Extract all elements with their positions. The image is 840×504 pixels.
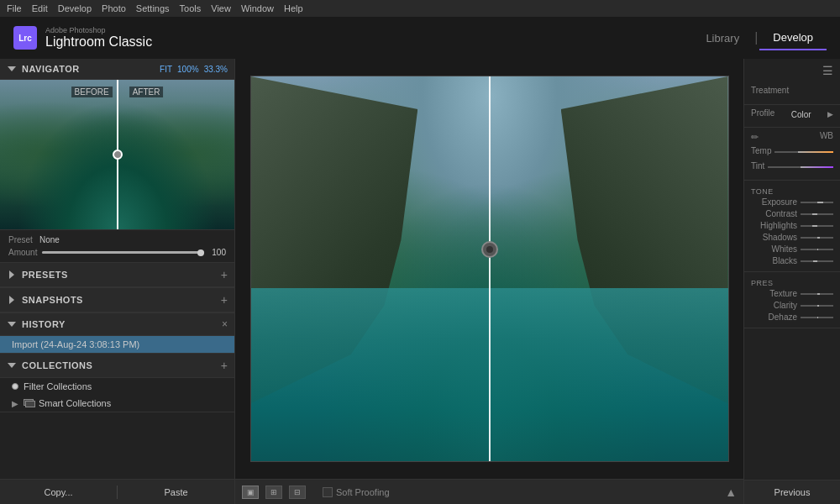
menu-help[interactable]: Help (284, 3, 303, 13)
copy-button[interactable]: Copy... (0, 480, 117, 504)
pres-section: Pres Texture Clarity Dehaze (744, 272, 840, 328)
contrast-label: Contrast (751, 209, 797, 218)
collections-header[interactable]: Collections + (0, 354, 234, 378)
whites-label: Whites (751, 244, 797, 254)
history-section: History × Import (24-Aug-24 3:08:13 PM) (0, 313, 234, 354)
center-panel: ▣ ⊞ ⊟ Soft Proofing ▲ (235, 59, 743, 504)
view-compare-btn[interactable]: ⊟ (289, 486, 306, 499)
dehaze-label: Dehaze (751, 312, 797, 322)
zoom-33-btn[interactable]: 33.3% (204, 65, 228, 74)
navigator-collapse-icon (8, 66, 16, 71)
clarity-label: Clarity (751, 301, 797, 310)
presets-add-btn[interactable]: + (221, 268, 228, 281)
paste-button[interactable]: Paste (118, 480, 234, 504)
highlights-label: Highlights (751, 221, 797, 230)
view-single-btn[interactable]: ▣ (242, 486, 259, 499)
history-header[interactable]: History × (0, 313, 234, 336)
presets-section: Presets + (0, 263, 234, 288)
snapshots-title: Snapshots (22, 295, 83, 305)
navigator-preview: BEFORE AFTER (0, 80, 234, 229)
center-bottom-bar: ▣ ⊞ ⊟ Soft Proofing ▲ (235, 479, 743, 504)
menu-develop[interactable]: Develop (58, 3, 92, 13)
left-panel-bottom: Copy... Paste (0, 479, 234, 504)
menu-view[interactable]: View (211, 3, 231, 13)
main-layout: Navigator FIT 100% 33.3% BEFORE AFTER (0, 59, 840, 504)
view-grid-btn[interactable]: ⊞ (265, 486, 282, 499)
navigator-zoom-controls: FIT 100% 33.3% (160, 65, 228, 74)
app-name-area: Adobe Photoshop Lightroom Classic (45, 26, 152, 50)
history-item[interactable]: Import (24-Aug-24 3:08:13 PM) (0, 336, 234, 353)
zoom-100-btn[interactable]: 100% (177, 65, 199, 74)
contrast-slider[interactable] (801, 213, 833, 215)
dehaze-slider[interactable] (801, 317, 833, 318)
soft-proofing-area: Soft Proofing (323, 487, 390, 497)
collection-smart[interactable]: ▶ Smart Collections (0, 395, 234, 412)
app-logo: Lrc (13, 26, 37, 50)
tab-library[interactable]: Library (692, 27, 753, 50)
exposure-slider[interactable] (801, 202, 833, 203)
workspace-tabs: Library | Develop (692, 26, 827, 50)
collections-section: Collections + Filter Collections ▶ Smart… (0, 354, 234, 412)
preset-label: Preset (8, 235, 33, 244)
shadows-slider[interactable] (801, 237, 833, 239)
texture-slider[interactable] (801, 293, 833, 295)
wb-section: ✏ WB Temp Tint (744, 128, 840, 181)
previous-button[interactable]: Previous (744, 480, 840, 504)
wrb-label: WB (820, 131, 833, 140)
zoom-fit-btn[interactable]: FIT (160, 65, 172, 74)
main-split-line (489, 76, 491, 461)
clarity-slider[interactable] (801, 305, 833, 307)
highlights-slider[interactable] (801, 225, 833, 227)
menu-settings[interactable]: Settings (136, 3, 170, 13)
smart-collections-label: Smart Collections (39, 398, 111, 408)
main-split-handle[interactable] (481, 241, 498, 258)
snapshots-add-btn[interactable]: + (221, 293, 228, 307)
navigator-title: Navigator (22, 64, 80, 74)
app-title: Lightroom Classic (45, 34, 152, 50)
navigator-section: Navigator FIT 100% 33.3% BEFORE AFTER (0, 59, 234, 230)
snapshots-collapse-icon (9, 296, 14, 304)
menu-file[interactable]: File (7, 3, 22, 13)
main-image-container (250, 76, 729, 462)
tab-divider: | (754, 30, 758, 45)
temp-slider[interactable] (774, 151, 833, 153)
smart-collections-icon (24, 399, 34, 407)
menu-bar: File Edit Develop Photo Settings Tools V… (0, 0, 840, 17)
menu-photo[interactable]: Photo (102, 3, 126, 13)
presets-header[interactable]: Presets + (0, 263, 234, 287)
amount-slider[interactable] (42, 251, 204, 254)
soft-proofing-label: Soft Proofing (336, 487, 390, 497)
navigator-header[interactable]: Navigator FIT 100% 33.3% (0, 59, 234, 80)
history-collapse-icon (8, 322, 16, 327)
amount-label: Amount (8, 248, 37, 257)
menu-edit[interactable]: Edit (32, 3, 48, 13)
navigator-split-handle[interactable] (113, 150, 123, 160)
collections-collapse-icon (8, 363, 16, 368)
profile-chevron-icon: ▶ (827, 110, 833, 118)
collection-filter[interactable]: Filter Collections (0, 378, 234, 395)
treatment-section: Treatment (744, 82, 840, 105)
right-filter-icon[interactable]: ☰ (822, 64, 833, 77)
whites-slider[interactable] (801, 249, 833, 250)
texture-label: Texture (751, 289, 797, 298)
soft-proofing-checkbox[interactable] (323, 487, 333, 497)
expand-icon[interactable]: ▲ (725, 486, 737, 499)
presets-title: Presets (22, 270, 68, 280)
left-panel: Navigator FIT 100% 33.3% BEFORE AFTER (0, 59, 235, 504)
pencil-icon[interactable]: ✏ (751, 132, 759, 143)
tint-slider[interactable] (768, 166, 833, 168)
history-close-btn[interactable]: × (222, 318, 228, 330)
menu-tools[interactable]: Tools (180, 3, 202, 13)
blacks-label: Blacks (751, 256, 797, 265)
menu-window[interactable]: Window (241, 3, 274, 13)
preset-value: None (39, 235, 60, 244)
exposure-label: Exposure (751, 197, 797, 207)
blacks-slider[interactable] (801, 260, 833, 262)
right-controls-top: ☰ (744, 59, 840, 82)
snapshots-header[interactable]: Snapshots + (0, 288, 234, 312)
center-bottom-right: ▲ (725, 486, 737, 499)
before-after-labels: BEFORE AFTER (71, 87, 164, 97)
tab-develop[interactable]: Develop (759, 26, 827, 50)
collections-add-btn[interactable]: + (221, 359, 228, 372)
presets-collapse-icon (9, 270, 14, 279)
